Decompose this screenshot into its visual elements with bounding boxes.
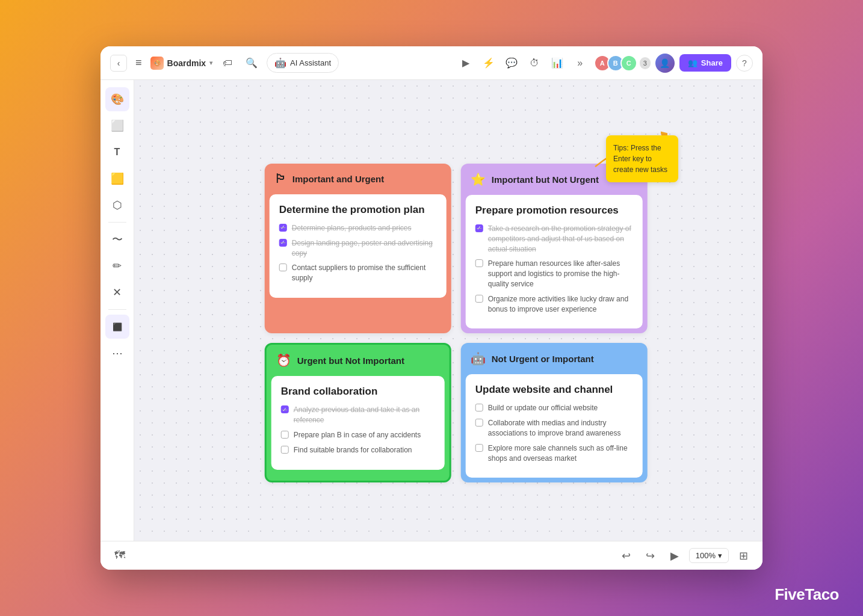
quadrant-grid: 🏳 Important and Urgent Determine the pro… <box>265 164 648 482</box>
tag-button[interactable]: 🏷 <box>218 54 237 72</box>
q3-checkbox-3[interactable] <box>281 446 289 454</box>
ai-icon: 🤖 <box>274 57 286 69</box>
app-window: ‹ ≡ 🎨 Boardmix ▾ 🏷 🔍 🤖 AI Assistant ▶ ⚡ … <box>101 46 762 570</box>
q1-task-1-text: Determine plans, products and prices <box>292 223 412 233</box>
sidebar-item-pen[interactable]: 〜 <box>105 227 129 251</box>
q4-task-1: Build or update our official website <box>475 403 633 413</box>
ai-assistant-button[interactable]: 🤖 AI Assistant <box>267 53 339 73</box>
search-button[interactable]: 🔍 <box>243 54 261 72</box>
brand-logo[interactable]: 🎨 Boardmix ▾ <box>150 57 213 70</box>
q1-task-1: ✓ Determine plans, products and prices <box>279 223 437 233</box>
sidebar-item-text[interactable]: T <box>105 140 129 164</box>
more-tools-button[interactable]: » <box>571 54 589 72</box>
avatar-3: C <box>620 55 637 72</box>
q2-task-3-text: Organize more activities like lucky draw… <box>488 294 633 315</box>
back-button[interactable]: ‹ <box>110 55 127 72</box>
sidebar-divider-2 <box>108 309 126 310</box>
chart-button[interactable]: 📊 <box>548 54 566 72</box>
play-button[interactable]: ▶ <box>457 54 475 72</box>
quadrant-not-urgent-not-important[interactable]: 🤖 Not Urgent or Important Update website… <box>461 343 648 482</box>
q1-header: 🏳 Important and Urgent <box>265 164 451 194</box>
q4-body: Update website and channel Build or upda… <box>466 374 643 478</box>
q3-task-2-text: Prepare plan B in case of any accidents <box>294 430 421 440</box>
q4-task-2-text: Collaborate with medias and industry ass… <box>488 418 633 439</box>
q1-checkbox-3[interactable] <box>279 263 287 271</box>
q1-title: Important and Urgent <box>292 174 384 184</box>
menu-button[interactable]: ≡ <box>133 54 144 72</box>
q4-title: Not Urgent or Important <box>492 354 594 364</box>
ai-assistant-label: AI Assistant <box>290 58 331 67</box>
tip-box: Tips: Press the Enter key to create new … <box>606 135 678 182</box>
q2-task-title: Prepare promotion resources <box>475 205 633 217</box>
titlebar: ‹ ≡ 🎨 Boardmix ▾ 🏷 🔍 🤖 AI Assistant ▶ ⚡ … <box>101 46 762 80</box>
q3-task-1: ✓ Analyze previous data and take it as a… <box>281 405 435 425</box>
avatars-group: A B C 3 <box>594 55 651 72</box>
sidebar-item-frame[interactable]: ⬜ <box>105 114 129 138</box>
tip-text: Tips: Press the Enter key to create new … <box>613 144 667 174</box>
bottom-left: 🗺 <box>110 546 129 565</box>
help-button[interactable]: ? <box>736 55 753 72</box>
q3-title: Urgent but Not Important <box>297 356 404 366</box>
sidebar-item-shapes[interactable]: ⬡ <box>105 193 129 217</box>
q4-task-3-text: Explore more sale channels such as off-l… <box>488 443 633 464</box>
fivetaco-branding: FiveTaco <box>775 585 839 604</box>
q2-title: Important but Not Urgent <box>492 174 599 185</box>
q1-icon: 🏳 <box>274 172 286 186</box>
share-button[interactable]: 👥 Share <box>679 54 731 72</box>
q2-checkbox-1[interactable]: ✓ <box>475 224 483 232</box>
q2-task-3: Organize more activities like lucky draw… <box>475 294 633 315</box>
q4-checkbox-1[interactable] <box>475 404 483 411</box>
q1-body: Determine the promotion plan ✓ Determine… <box>270 194 447 298</box>
q4-task-title: Update website and channel <box>475 384 633 396</box>
sidebar-item-sticky[interactable]: 🟨 <box>105 167 129 191</box>
titlebar-left: ‹ ≡ 🎨 Boardmix ▾ 🏷 🔍 🤖 AI Assistant <box>110 53 450 73</box>
timer-button[interactable]: ⏱ <box>525 54 543 72</box>
q3-task-1-text: Analyze previous data and take it as an … <box>294 405 435 425</box>
sidebar-item-pencil[interactable]: ✏ <box>105 254 129 278</box>
bottom-right: ↩ ↪ ▶ 100% ▾ ⊞ <box>617 546 753 565</box>
bottom-bar: 🗺 ↩ ↪ ▶ 100% ▾ ⊞ <box>101 541 762 570</box>
q1-task-3: Contact suppliers to promise the suffici… <box>279 263 437 283</box>
quadrant-important-urgent[interactable]: 🏳 Important and Urgent Determine the pro… <box>265 164 451 333</box>
q3-header: ⏰ Urgent but Not Important <box>267 345 450 376</box>
q4-task-1-text: Build or update our official website <box>488 403 598 413</box>
minimap-button[interactable]: 🗺 <box>110 546 129 565</box>
q3-task-2: Prepare plan B in case of any accidents <box>281 430 435 440</box>
lightning-button[interactable]: ⚡ <box>480 54 498 72</box>
q1-task-3-text: Contact suppliers to promise the suffici… <box>292 263 437 283</box>
q3-checkbox-1[interactable]: ✓ <box>281 405 289 413</box>
undo-button[interactable]: ↩ <box>617 546 636 565</box>
q2-checkbox-3[interactable] <box>475 295 483 303</box>
q4-task-2: Collaborate with medias and industry ass… <box>475 418 633 439</box>
q3-task-3: Find suitable brands for collaboration <box>281 445 435 455</box>
comment-button[interactable]: 💬 <box>503 54 521 72</box>
sidebar-item-palette[interactable]: 🎨 <box>105 87 129 111</box>
share-label: Share <box>701 58 723 67</box>
zoom-control[interactable]: 100% ▾ <box>689 548 729 563</box>
sidebar-item-eraser[interactable]: ✕ <box>105 280 129 304</box>
q1-checkbox-2[interactable]: ✓ <box>279 239 287 247</box>
q3-task-3-text: Find suitable brands for collaboration <box>294 445 412 455</box>
q1-task-2-text: Design landing page, poster and advertis… <box>292 238 437 259</box>
q3-checkbox-2[interactable] <box>281 431 289 439</box>
zoom-chevron: ▾ <box>718 551 722 560</box>
q4-checkbox-2[interactable] <box>475 419 483 427</box>
redo-button[interactable]: ↪ <box>641 546 660 565</box>
q2-task-1: ✓ Take a research on the promotion strat… <box>475 224 633 254</box>
titlebar-right: ▶ ⚡ 💬 ⏱ 📊 » A B C 3 👤 👥 Share ? <box>457 54 753 73</box>
q3-icon: ⏰ <box>276 353 291 368</box>
q1-checkbox-1[interactable]: ✓ <box>279 224 287 232</box>
canvas[interactable]: 🏳 Important and Urgent Determine the pro… <box>134 80 762 541</box>
quadrant-urgent-not-important[interactable]: ⏰ Urgent but Not Important Brand collabo… <box>265 343 451 482</box>
sidebar-item-components[interactable]: ⬛ <box>105 315 129 339</box>
quadrant-important-not-urgent[interactable]: ⭐ Important but Not Urgent Prepare promo… <box>461 164 648 333</box>
q1-task-2: ✓ Design landing page, poster and advert… <box>279 238 437 259</box>
brand-name: Boardmix <box>167 58 206 68</box>
q2-checkbox-2[interactable] <box>475 259 483 267</box>
zoom-level: 100% <box>696 551 716 560</box>
q2-task-1-text: Take a research on the promotion strateg… <box>488 224 633 254</box>
q4-checkbox-3[interactable] <box>475 444 483 452</box>
layout-button[interactable]: ⊞ <box>734 546 753 565</box>
play-mode-button[interactable]: ▶ <box>665 546 684 565</box>
sidebar-item-more[interactable]: ⋯ <box>105 341 129 365</box>
